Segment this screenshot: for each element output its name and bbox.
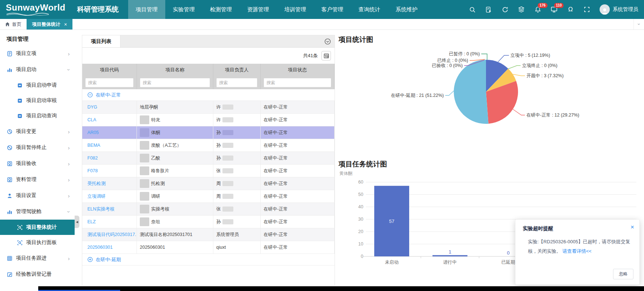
group-row-collapsed[interactable]: 在研中-延期 <box>82 254 335 266</box>
form-launch-icon[interactable] <box>485 6 492 13</box>
y-tick-label: 10 <box>358 241 363 247</box>
cell-project-status: 在研中-正常 <box>261 228 335 241</box>
redacted-block <box>222 181 233 186</box>
layers-icon[interactable] <box>518 6 525 13</box>
cell-project-code[interactable]: 受托检测 <box>82 177 137 190</box>
cell-project-code[interactable]: F078 <box>82 165 137 177</box>
cell-project-code[interactable]: DYG <box>82 101 137 113</box>
ban-icon <box>7 145 12 150</box>
nav-item-6[interactable]: 客户管理 <box>314 0 351 19</box>
panel-collapse-icon[interactable] <box>324 35 335 47</box>
column-header-3[interactable]: 项目负责人 <box>213 64 261 76</box>
sidebar-item-5[interactable]: 项目验收› <box>0 156 75 172</box>
popup-dismiss-button[interactable]: 忽略 <box>613 269 633 279</box>
monitor-icon[interactable]: 110 <box>550 6 558 13</box>
tab-project-overview[interactable]: 项目整体统计 × <box>27 19 72 30</box>
pie-label-已验收: 已验收 : 0 (0%) <box>432 63 463 68</box>
sidebar-item-9[interactable]: 项目任务跟进› <box>0 250 75 266</box>
table-row[interactable]: 立项调研调研周在研中-正常 <box>82 190 335 203</box>
table-row[interactable]: BEMA度酸（A工艺）孙在研中-正常 <box>82 139 335 152</box>
sidebar-item-8[interactable]: 管理驾驶舱› <box>0 204 75 220</box>
tab-close-icon[interactable]: × <box>64 21 67 27</box>
sidebar-item-1[interactable]: 项目立项› <box>0 46 75 62</box>
sidebar-subitem-8-1[interactable]: 项目整体统计 <box>0 220 75 235</box>
cell-project-code[interactable]: 立项调研 <box>82 190 137 202</box>
popup-close-icon[interactable]: × <box>631 224 634 230</box>
redacted-block <box>222 143 233 148</box>
nav-item-5[interactable]: 培训管理 <box>277 0 314 19</box>
cell-project-code[interactable]: BEMA <box>82 139 137 152</box>
sidebar-subitem-2-1[interactable]: 项目启动申请 <box>0 78 75 93</box>
cell-project-code[interactable]: CLA <box>82 114 137 126</box>
book-icon <box>17 98 23 103</box>
sidebar-subitem-2-2[interactable]: 项目启动审核 <box>0 93 75 108</box>
bell-icon[interactable]: 176 <box>534 6 541 13</box>
nav-item-1[interactable]: 项目管理 <box>128 0 165 19</box>
coin-icon <box>7 177 12 182</box>
pie-leader-line <box>470 59 485 60</box>
group-row-open[interactable]: 在研中-正常 <box>82 89 335 101</box>
sidebar-item-6[interactable]: 资料管理› <box>0 172 75 188</box>
search-input-2[interactable] <box>140 78 210 87</box>
omega-icon[interactable]: Ω <box>567 6 574 13</box>
fullscreen-icon[interactable] <box>583 6 590 13</box>
nav-item-4[interactable]: 资源管理 <box>240 0 277 19</box>
sidebar-item-10[interactable]: 经验教训登记册 <box>0 266 75 282</box>
search-input-3[interactable] <box>216 78 257 87</box>
sidebar-item-7[interactable]: 项目设置› <box>0 188 75 204</box>
column-settings-button[interactable] <box>321 51 331 60</box>
sidebar-item-label: 项目任务跟进 <box>16 255 67 261</box>
table-search-row <box>82 76 335 89</box>
tab-list-chevron-icon[interactable]: › <box>633 19 644 30</box>
search-input-1[interactable] <box>85 78 134 87</box>
table-row[interactable]: F082乙酸孙在研中-正常 <box>82 152 335 165</box>
cell-project-code[interactable]: F082 <box>82 152 137 164</box>
table-row[interactable]: ELZ奈坦孙在研中-正常 <box>82 216 335 228</box>
redacted-block <box>222 156 233 161</box>
cell-project-name: 托检测 <box>137 177 213 190</box>
sidebar-item-4[interactable]: 项目暂停终止› <box>0 139 75 156</box>
column-header-4[interactable]: 项目状态 <box>261 64 335 76</box>
table-row[interactable]: F078格鲁肽片张在研中-正常 <box>82 165 335 177</box>
popup-detail-link[interactable]: 请查看详情<< <box>562 248 592 254</box>
app-root: SunwayWorld 科研管理系统 项目管理实验管理检测管理资源管理培训管理客… <box>0 0 644 291</box>
table-row[interactable]: 测试项目代码20250317...测试项目名称2025031701系统管理员在研… <box>82 228 335 241</box>
tab-home[interactable]: 首页 <box>0 19 27 30</box>
column-header-1[interactable]: 项目代码 <box>82 64 137 76</box>
sidebar-title: 项目管理 <box>0 30 75 46</box>
panel-tab-project-list[interactable]: 项目列表 <box>82 35 120 47</box>
cell-project-code[interactable]: ELZ <box>82 216 137 228</box>
search-icon[interactable] <box>469 6 476 13</box>
sidebar-subitem-2-3[interactable]: 项目启动查询 <box>0 108 75 123</box>
x-category-label: 未启动 <box>385 260 399 265</box>
table-row[interactable]: 受托检测托检测周在研中-正常 <box>82 177 335 190</box>
brand-logo[interactable]: SunwayWorld <box>0 0 71 19</box>
column-header-2[interactable]: 项目名称 <box>137 64 213 76</box>
sidebar-collapse-handle[interactable]: ◀ <box>75 216 79 228</box>
nav-item-3[interactable]: 检测管理 <box>202 0 240 19</box>
nav-item-8[interactable]: 系统维护 <box>388 0 425 19</box>
cell-project-code[interactable]: 2025060301 <box>82 241 137 253</box>
search-input-4[interactable] <box>264 78 331 87</box>
table-row[interactable]: AR05体酮孙在研中-正常 <box>82 126 335 139</box>
table-row[interactable]: CLA特龙许在研中-正常 <box>82 114 335 126</box>
table-body: 在研中-正常DYG地屈孕酮许在研中-正常CLA特龙许在研中-正常AR05体酮孙在… <box>82 89 335 266</box>
nav-item-7[interactable]: 查询统计 <box>351 0 388 19</box>
table-row[interactable]: 20250603012025060301qiuxt在研中-正常 <box>82 241 335 254</box>
user-menu[interactable]: 系统管理员 <box>600 4 638 15</box>
cell-project-code[interactable]: ELN实操考核 <box>82 203 137 215</box>
redacted-block <box>140 192 149 201</box>
search-cell-3 <box>213 76 261 89</box>
pie-leader-line <box>464 60 484 66</box>
cell-project-code[interactable]: AR05 <box>82 126 137 139</box>
table-row[interactable]: DYG地屈孕酮许在研中-正常 <box>82 101 335 114</box>
cell-project-code[interactable]: 测试项目代码20250317... <box>82 228 137 241</box>
grid-icon <box>7 255 12 261</box>
refresh-icon[interactable] <box>501 6 509 13</box>
sidebar-item-3[interactable]: 项目变更› <box>0 123 75 139</box>
table-row[interactable]: ELN实操考核实操考核张在研中-正常 <box>82 203 335 216</box>
cell-project-status: 在研中-正常 <box>261 203 335 215</box>
nav-item-2[interactable]: 实验管理 <box>165 0 202 19</box>
sidebar-subitem-8-2[interactable]: 项目执行面板 <box>0 235 75 250</box>
sidebar-item-2[interactable]: 项目启动› <box>0 62 75 78</box>
